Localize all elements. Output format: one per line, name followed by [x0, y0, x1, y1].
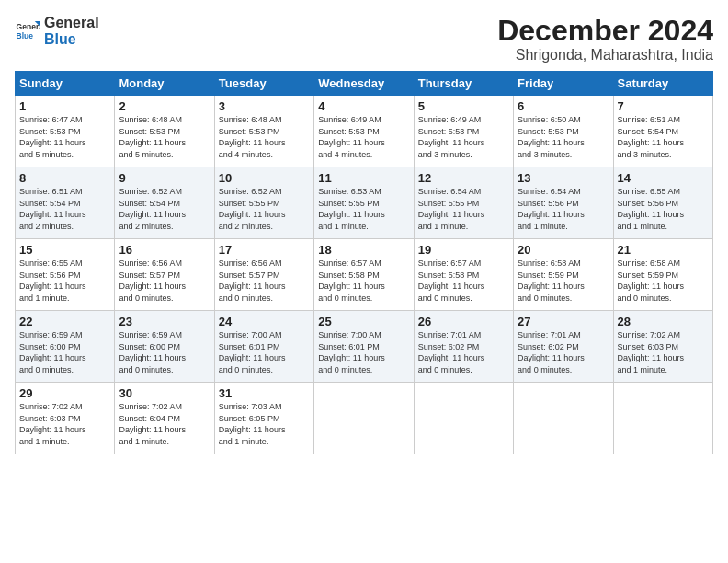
day-detail: Sunrise: 7:03 AMSunset: 6:05 PMDaylight:…: [219, 401, 310, 447]
svg-text:Blue: Blue: [17, 30, 34, 40]
day-detail: Sunrise: 7:02 AMSunset: 6:04 PMDaylight:…: [119, 401, 210, 447]
calendar-cell: 2Sunrise: 6:48 AMSunset: 5:53 PMDaylight…: [115, 96, 214, 167]
col-header-friday: Friday: [514, 72, 613, 96]
day-number: 2: [119, 99, 210, 113]
day-detail: Sunrise: 6:57 AMSunset: 5:58 PMDaylight:…: [318, 258, 409, 304]
calendar-cell: 26Sunrise: 7:01 AMSunset: 6:02 PMDayligh…: [414, 311, 513, 383]
logo: General Blue General Blue: [15, 15, 99, 47]
day-detail: Sunrise: 6:49 AMSunset: 5:53 PMDaylight:…: [318, 114, 409, 160]
calendar-cell: 24Sunrise: 7:00 AMSunset: 6:01 PMDayligh…: [214, 311, 313, 383]
day-detail: Sunrise: 6:48 AMSunset: 5:53 PMDaylight:…: [119, 114, 210, 160]
calendar-cell: 6Sunrise: 6:50 AMSunset: 5:53 PMDaylight…: [514, 96, 613, 167]
day-number: 5: [418, 99, 509, 113]
day-number: 27: [518, 315, 609, 328]
col-header-wednesday: Wednesday: [314, 72, 414, 96]
day-detail: Sunrise: 6:59 AMSunset: 6:00 PMDaylight:…: [19, 329, 110, 375]
location-title: Shrigonda, Maharashtra, India: [497, 47, 713, 63]
day-number: 15: [19, 243, 110, 257]
day-detail: Sunrise: 6:56 AMSunset: 5:57 PMDaylight:…: [219, 258, 310, 304]
day-detail: Sunrise: 6:55 AMSunset: 5:56 PMDaylight:…: [19, 258, 110, 304]
day-number: 30: [119, 386, 210, 400]
calendar-cell: 12Sunrise: 6:54 AMSunset: 5:55 PMDayligh…: [414, 167, 513, 239]
day-number: 9: [119, 171, 210, 185]
calendar-cell: 19Sunrise: 6:57 AMSunset: 5:58 PMDayligh…: [414, 239, 513, 311]
col-header-thursday: Thursday: [414, 72, 513, 96]
calendar-cell: 14Sunrise: 6:55 AMSunset: 5:56 PMDayligh…: [613, 167, 712, 239]
day-number: 8: [19, 171, 110, 185]
day-number: 24: [219, 315, 310, 328]
calendar-cell: 15Sunrise: 6:55 AMSunset: 5:56 PMDayligh…: [16, 239, 115, 311]
col-header-monday: Monday: [115, 72, 214, 96]
calendar-cell: 3Sunrise: 6:48 AMSunset: 5:53 PMDaylight…: [214, 96, 313, 167]
calendar-cell: 13Sunrise: 6:54 AMSunset: 5:56 PMDayligh…: [514, 167, 613, 239]
day-number: 25: [318, 315, 409, 328]
calendar-cell: 4Sunrise: 6:49 AMSunset: 5:53 PMDaylight…: [314, 96, 414, 167]
day-detail: Sunrise: 6:51 AMSunset: 5:54 PMDaylight:…: [19, 186, 110, 232]
day-detail: Sunrise: 7:00 AMSunset: 6:01 PMDaylight:…: [219, 329, 310, 375]
day-number: 7: [618, 99, 709, 113]
day-number: 28: [618, 315, 709, 328]
calendar-cell: 30Sunrise: 7:02 AMSunset: 6:04 PMDayligh…: [115, 383, 214, 454]
day-detail: Sunrise: 7:01 AMSunset: 6:02 PMDaylight:…: [518, 329, 609, 375]
day-detail: Sunrise: 6:58 AMSunset: 5:59 PMDaylight:…: [618, 258, 709, 304]
day-number: 3: [219, 99, 310, 113]
day-detail: Sunrise: 6:58 AMSunset: 5:59 PMDaylight:…: [518, 258, 609, 304]
calendar-cell: 29Sunrise: 7:02 AMSunset: 6:03 PMDayligh…: [16, 383, 115, 454]
day-number: 1: [19, 99, 110, 113]
day-number: 13: [518, 171, 609, 185]
col-header-saturday: Saturday: [613, 72, 712, 96]
day-number: 26: [418, 315, 509, 328]
col-header-tuesday: Tuesday: [214, 72, 313, 96]
day-detail: Sunrise: 6:50 AMSunset: 5:53 PMDaylight:…: [518, 114, 609, 160]
calendar-cell: 21Sunrise: 6:58 AMSunset: 5:59 PMDayligh…: [613, 239, 712, 311]
day-detail: Sunrise: 6:54 AMSunset: 5:56 PMDaylight:…: [518, 186, 609, 232]
day-number: 20: [518, 243, 609, 257]
day-number: 19: [418, 243, 509, 257]
calendar-cell: [314, 383, 414, 454]
day-number: 12: [418, 171, 509, 185]
calendar-cell: 17Sunrise: 6:56 AMSunset: 5:57 PMDayligh…: [214, 239, 313, 311]
day-detail: Sunrise: 6:47 AMSunset: 5:53 PMDaylight:…: [19, 114, 110, 160]
day-number: 11: [318, 171, 409, 185]
calendar-cell: 16Sunrise: 6:56 AMSunset: 5:57 PMDayligh…: [115, 239, 214, 311]
header: General Blue General Blue December 2024 …: [15, 15, 713, 63]
col-header-sunday: Sunday: [16, 72, 115, 96]
calendar-cell: 20Sunrise: 6:58 AMSunset: 5:59 PMDayligh…: [514, 239, 613, 311]
day-detail: Sunrise: 6:53 AMSunset: 5:55 PMDaylight:…: [318, 186, 409, 232]
calendar-cell: 23Sunrise: 6:59 AMSunset: 6:00 PMDayligh…: [115, 311, 214, 383]
calendar-cell: 27Sunrise: 7:01 AMSunset: 6:02 PMDayligh…: [514, 311, 613, 383]
day-number: 18: [318, 243, 409, 257]
day-detail: Sunrise: 7:02 AMSunset: 6:03 PMDaylight:…: [618, 329, 709, 375]
calendar-cell: 9Sunrise: 6:52 AMSunset: 5:54 PMDaylight…: [115, 167, 214, 239]
day-detail: Sunrise: 6:56 AMSunset: 5:57 PMDaylight:…: [119, 258, 210, 304]
day-number: 16: [119, 243, 210, 257]
month-title: December 2024: [497, 15, 713, 47]
calendar-cell: 1Sunrise: 6:47 AMSunset: 5:53 PMDaylight…: [16, 96, 115, 167]
calendar-cell: 11Sunrise: 6:53 AMSunset: 5:55 PMDayligh…: [314, 167, 414, 239]
calendar-cell: [613, 383, 712, 454]
calendar-cell: 18Sunrise: 6:57 AMSunset: 5:58 PMDayligh…: [314, 239, 414, 311]
day-detail: Sunrise: 6:57 AMSunset: 5:58 PMDaylight:…: [418, 258, 509, 304]
day-number: 6: [518, 99, 609, 113]
calendar-cell: 25Sunrise: 7:00 AMSunset: 6:01 PMDayligh…: [314, 311, 414, 383]
day-detail: Sunrise: 7:02 AMSunset: 6:03 PMDaylight:…: [19, 401, 110, 447]
day-detail: Sunrise: 6:51 AMSunset: 5:54 PMDaylight:…: [618, 114, 709, 160]
calendar-cell: 5Sunrise: 6:49 AMSunset: 5:53 PMDaylight…: [414, 96, 513, 167]
day-number: 31: [219, 386, 310, 400]
svg-text:General: General: [17, 22, 40, 31]
calendar-cell: 10Sunrise: 6:52 AMSunset: 5:55 PMDayligh…: [214, 167, 313, 239]
calendar-cell: [414, 383, 513, 454]
day-detail: Sunrise: 6:48 AMSunset: 5:53 PMDaylight:…: [219, 114, 310, 160]
calendar-cell: 22Sunrise: 6:59 AMSunset: 6:00 PMDayligh…: [16, 311, 115, 383]
calendar-cell: [514, 383, 613, 454]
day-number: 10: [219, 171, 310, 185]
day-number: 17: [219, 243, 310, 257]
logo-icon: General Blue: [15, 18, 40, 44]
logo-general: General: [44, 15, 99, 31]
day-number: 4: [318, 99, 409, 113]
day-number: 23: [119, 315, 210, 328]
day-number: 22: [19, 315, 110, 328]
day-detail: Sunrise: 6:52 AMSunset: 5:55 PMDaylight:…: [219, 186, 310, 232]
calendar-table: SundayMondayTuesdayWednesdayThursdayFrid…: [15, 71, 713, 454]
day-number: 29: [19, 386, 110, 400]
